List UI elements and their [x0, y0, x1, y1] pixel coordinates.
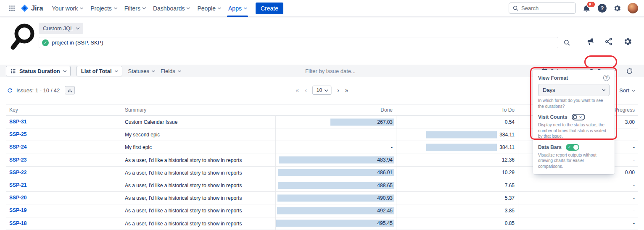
key-cell: SSP-23 [6, 154, 121, 166]
todo-value: 384.11 [499, 132, 515, 138]
todo-cell: 0.54 [396, 116, 518, 128]
summary-cell: As a user, I'd like a historical story t… [121, 179, 275, 191]
issue-summary: As a user, I'd like a historical story t… [125, 221, 242, 227]
issue-key-link[interactable]: SSP-24 [9, 144, 26, 150]
nav-projects[interactable]: Projects [87, 0, 121, 17]
data-bar [277, 207, 394, 214]
todo-cell: 5.37 [396, 192, 518, 204]
done-cell: 490.93 [275, 192, 396, 204]
nav-dashboards[interactable]: Dashboards [149, 0, 194, 17]
issue-summary: As a user, I'd like a historical story t… [125, 157, 242, 163]
todo-value: 10.29 [502, 170, 515, 175]
share-button[interactable] [604, 37, 613, 47]
prev-page-button[interactable]: ‹ [305, 87, 307, 94]
summary-cell: My second epic [121, 128, 275, 141]
key-cell: SSP-18 [6, 217, 121, 230]
inprogress-value: - [633, 183, 635, 188]
summary-cell: As a user, I'd like a historical story t… [121, 217, 275, 230]
jira-logo[interactable]: Jira [19, 4, 46, 13]
gear-icon [613, 4, 621, 13]
report-type-dropdown[interactable]: Status Duration [6, 66, 71, 76]
global-search[interactable] [509, 3, 576, 14]
list-mode-dropdown[interactable]: List of Total [77, 66, 122, 76]
summary-cell: As a user, I'd like a historical story t… [121, 204, 275, 217]
fields-dropdown[interactable]: Fields [161, 68, 181, 74]
done-value: 490.93 [377, 195, 393, 201]
nav-your-work[interactable]: Your work [48, 0, 87, 17]
settings-button[interactable] [613, 4, 621, 13]
todo-value: 3.85 [505, 208, 515, 214]
table-row: SSP-20 As a user, I'd like a historical … [6, 192, 638, 204]
toggle-knob [573, 145, 578, 150]
issue-key-link[interactable]: SSP-25 [9, 131, 26, 137]
inprogress-cell: - [518, 217, 638, 230]
view-format-select[interactable]: Days [538, 84, 610, 96]
chevron-down-icon [218, 6, 221, 9]
chevron-down-icon [152, 68, 155, 72]
jira-status-duration-page: Jira Your work Projects Filters Dashboar… [0, 0, 644, 230]
issue-date-filter[interactable]: Filter by issue date... [305, 68, 356, 74]
report-settings-button[interactable] [623, 37, 632, 48]
toggle-knob [573, 115, 577, 119]
issue-key-link[interactable]: SSP-20 [9, 195, 26, 201]
statuses-dropdown[interactable]: Statuses [128, 68, 155, 74]
help-button[interactable]: ? [598, 4, 607, 13]
data-bar [426, 144, 497, 151]
notifications-button[interactable]: 9+ [582, 4, 591, 13]
issue-key-link[interactable]: SSP-19 [9, 207, 26, 213]
sort-dropdown[interactable]: Sort [619, 87, 635, 94]
inprogress-cell: - [518, 192, 638, 204]
user-avatar[interactable] [628, 3, 638, 13]
sync-icon [626, 68, 633, 75]
help-icon[interactable]: ? [603, 75, 610, 81]
top-navigation: Jira Your work Projects Filters Dashboar… [0, 0, 644, 17]
nav-apps[interactable]: Apps [224, 0, 251, 17]
jql-mode-dropdown[interactable]: Custom JQL [39, 23, 83, 34]
jql-search-button[interactable] [563, 39, 570, 46]
chevron-down-icon [325, 88, 328, 91]
data-bars-toggle[interactable]: ✕ ✓ [566, 144, 579, 151]
issue-key-link[interactable]: SSP-22 [9, 170, 26, 175]
first-page-button[interactable]: « [296, 87, 299, 94]
refresh-icon [7, 87, 13, 94]
visit-counts-toggle[interactable]: ✕ ✓ [572, 114, 585, 120]
pagination: « ‹ 10 › » [296, 86, 348, 95]
todo-cell: 7.65 [396, 179, 518, 191]
create-button[interactable]: Create [256, 3, 283, 14]
inprogress-value: - [633, 208, 635, 214]
key-cell: SSP-20 [6, 192, 121, 204]
nav-people[interactable]: People [193, 0, 224, 17]
summary-cell: Custom Calendar Issue [121, 116, 275, 128]
summary-cell: As a user, I'd like a historical story t… [121, 167, 275, 179]
sync-button[interactable] [626, 68, 633, 75]
next-page-button[interactable]: › [337, 87, 339, 94]
todo-cell: 10.29 [396, 167, 518, 179]
done-value: 492.45 [377, 208, 393, 214]
inprogress-value: - [633, 144, 635, 150]
last-page-button[interactable]: » [345, 87, 348, 94]
app-switcher-icon[interactable] [6, 2, 18, 15]
page-size-select[interactable]: 10 [313, 86, 331, 95]
refresh-button[interactable] [7, 87, 13, 94]
issue-key-link[interactable]: SSP-18 [9, 220, 26, 226]
issue-key-link[interactable]: SSP-21 [9, 182, 26, 188]
grid-icon [11, 68, 16, 74]
chevron-down-icon [178, 68, 181, 72]
search-icon [512, 5, 519, 11]
issue-key-link[interactable]: SSP-31 [9, 119, 26, 125]
key-cell: SSP-31 [6, 116, 121, 128]
visit-counts-help-text: Display next to the status value, the nu… [538, 122, 610, 139]
jql-input[interactable] [39, 37, 558, 48]
chevron-down-icon [114, 68, 118, 72]
done-cell: 488.65 [275, 179, 396, 191]
issue-key-link[interactable]: SSP-23 [9, 157, 26, 163]
nav-filters[interactable]: Filters [121, 0, 149, 17]
chart-view-button[interactable] [65, 86, 75, 94]
announcement-button[interactable] [586, 37, 594, 48]
view-format-label: View Format [538, 75, 568, 81]
inprogress-value: 0.00 [625, 170, 635, 175]
view-format-help-text: In which format do you want to see the d… [538, 98, 610, 109]
search-input[interactable] [521, 5, 567, 11]
todo-value: 5.37 [505, 195, 515, 201]
jira-logo-text: Jira [31, 5, 43, 12]
